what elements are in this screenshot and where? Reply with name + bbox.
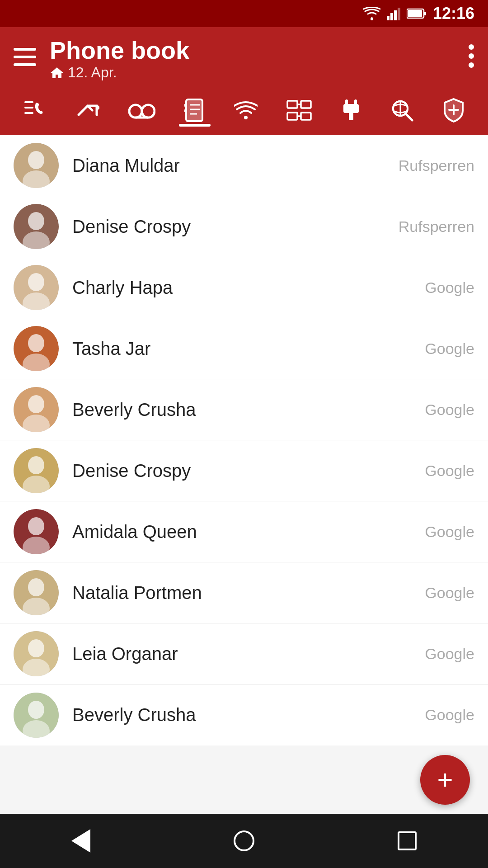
svg-point-27 bbox=[244, 116, 248, 119]
svg-point-18 bbox=[129, 105, 142, 118]
svg-point-48 bbox=[28, 212, 44, 230]
svg-point-13 bbox=[469, 62, 474, 68]
svg-point-12 bbox=[469, 53, 474, 59]
signal-icon bbox=[387, 7, 400, 20]
avatar bbox=[14, 509, 59, 554]
avatar bbox=[14, 387, 59, 432]
status-icons: 12:16 bbox=[363, 4, 474, 23]
nav-back-button[interactable] bbox=[71, 829, 90, 853]
svg-rect-1 bbox=[387, 16, 389, 20]
svg-rect-4 bbox=[398, 8, 400, 20]
contact-item[interactable]: Leia OrganarGoogle bbox=[0, 623, 488, 684]
svg-point-19 bbox=[142, 105, 155, 118]
toolbar-websearch[interactable] bbox=[390, 99, 414, 127]
toolbar-wifi[interactable] bbox=[234, 100, 258, 125]
contact-source: Google bbox=[425, 279, 474, 297]
svg-rect-3 bbox=[394, 10, 397, 20]
contact-source: Google bbox=[425, 401, 474, 419]
wifi-status-icon bbox=[363, 7, 380, 20]
svg-rect-7 bbox=[408, 10, 422, 17]
svg-point-72 bbox=[28, 701, 44, 719]
avatar bbox=[14, 693, 59, 738]
toolbar-network[interactable] bbox=[286, 100, 312, 125]
svg-rect-9 bbox=[14, 56, 36, 58]
avatar bbox=[14, 204, 59, 249]
svg-rect-31 bbox=[301, 113, 311, 120]
contact-name: Denise Crospy bbox=[72, 217, 399, 237]
avatar bbox=[14, 631, 59, 676]
contact-name: Leia Organar bbox=[72, 644, 425, 664]
avatar bbox=[14, 265, 59, 310]
svg-point-57 bbox=[28, 395, 44, 413]
svg-rect-15 bbox=[24, 107, 33, 108]
contact-name: Tasha Jar bbox=[72, 339, 425, 359]
recents-square-icon bbox=[398, 831, 417, 850]
contact-item[interactable]: Beverly CrushaGoogle bbox=[0, 379, 488, 440]
contact-item[interactable]: Denise CrospyGoogle bbox=[0, 440, 488, 501]
back-arrow-icon bbox=[71, 829, 90, 853]
svg-rect-25 bbox=[184, 104, 187, 107]
bottom-nav bbox=[0, 814, 488, 868]
contact-item[interactable]: Diana MuldarRufsperren bbox=[0, 135, 488, 196]
header-left: Phone book 12. Apr. bbox=[14, 36, 189, 81]
toolbar-plugin[interactable] bbox=[341, 99, 361, 127]
svg-line-40 bbox=[406, 114, 412, 120]
svg-rect-2 bbox=[390, 13, 393, 20]
add-contact-fab[interactable]: + bbox=[420, 755, 470, 805]
svg-point-54 bbox=[28, 334, 44, 352]
header-title-block: Phone book 12. Apr. bbox=[50, 36, 189, 81]
svg-rect-8 bbox=[14, 48, 36, 51]
contact-source: Rufsperren bbox=[399, 157, 474, 175]
contact-source: Google bbox=[425, 523, 474, 541]
wifi-icon bbox=[234, 100, 258, 120]
add-icon: + bbox=[437, 766, 453, 793]
contact-list-container: Diana MuldarRufsperren Denise CrospyRufs… bbox=[0, 135, 488, 745]
contact-item[interactable]: Natalia PortmenGoogle bbox=[0, 562, 488, 623]
contact-source: Google bbox=[425, 706, 474, 724]
contact-list: Diana MuldarRufsperren Denise CrospyRufs… bbox=[0, 135, 488, 804]
svg-point-66 bbox=[28, 578, 44, 596]
contact-item[interactable]: Beverly CrushaGoogle bbox=[0, 684, 488, 745]
home-icon bbox=[50, 66, 64, 80]
svg-rect-30 bbox=[287, 113, 297, 120]
svg-rect-10 bbox=[14, 63, 36, 66]
phonebook-icon bbox=[184, 99, 205, 122]
svg-point-69 bbox=[28, 639, 44, 657]
contact-item[interactable]: Amidala QueenGoogle bbox=[0, 501, 488, 562]
toolbar-redirect[interactable] bbox=[76, 99, 99, 127]
more-options-button[interactable] bbox=[468, 42, 474, 75]
svg-rect-14 bbox=[24, 101, 33, 103]
menu-button[interactable] bbox=[14, 48, 36, 69]
websearch-icon bbox=[390, 99, 414, 122]
contact-item[interactable]: Denise CrospyRufsperren bbox=[0, 196, 488, 257]
svg-point-63 bbox=[28, 517, 44, 535]
battery-icon bbox=[407, 8, 427, 19]
contact-source: Rufsperren bbox=[399, 218, 474, 236]
contact-name: Charly Hapa bbox=[72, 278, 425, 298]
nav-home-button[interactable] bbox=[234, 830, 254, 851]
svg-point-60 bbox=[28, 456, 44, 474]
contact-source: Google bbox=[425, 584, 474, 602]
voicemail-icon bbox=[128, 101, 155, 119]
svg-rect-29 bbox=[301, 101, 311, 108]
contact-source: Google bbox=[425, 462, 474, 480]
svg-rect-16 bbox=[24, 112, 33, 114]
contact-name: Denise Crospy bbox=[72, 461, 425, 481]
toolbar-call-list[interactable] bbox=[23, 99, 47, 127]
redirect-icon bbox=[76, 99, 99, 122]
toolbar-voicemail[interactable] bbox=[128, 101, 155, 124]
contact-name: Natalia Portmen bbox=[72, 583, 425, 603]
svg-point-0 bbox=[371, 18, 373, 20]
app-title: Phone book bbox=[50, 36, 189, 64]
nav-recents-button[interactable] bbox=[398, 831, 417, 850]
contact-item[interactable]: Charly HapaGoogle bbox=[0, 257, 488, 318]
toolbar bbox=[0, 85, 488, 135]
plugin-icon bbox=[341, 99, 361, 122]
svg-rect-26 bbox=[184, 109, 187, 112]
home-circle-icon bbox=[234, 830, 254, 851]
toolbar-shield[interactable] bbox=[443, 98, 465, 127]
contact-name: Amidala Queen bbox=[72, 522, 425, 542]
contact-item[interactable]: Tasha JarGoogle bbox=[0, 318, 488, 379]
toolbar-phonebook[interactable] bbox=[184, 99, 205, 127]
contact-name: Beverly Crusha bbox=[72, 705, 425, 725]
